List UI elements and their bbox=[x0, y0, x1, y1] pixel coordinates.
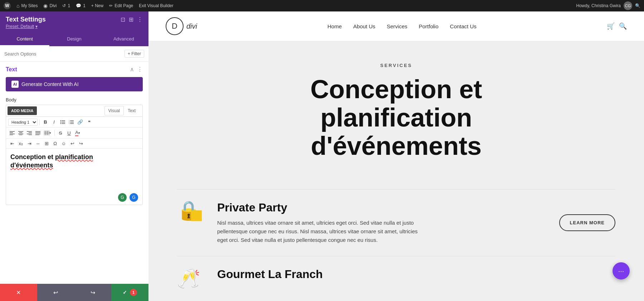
service-1-learn-more-button[interactable]: LEARN MORE bbox=[559, 214, 615, 231]
toolbar-row-3: ⇤ x₂ ⇥ ↔ ⊞ Ω ☺ ↩ ↪ bbox=[6, 139, 142, 149]
new-link[interactable]: + New bbox=[91, 3, 103, 8]
comments-bubble-link[interactable]: 💬 1 bbox=[76, 3, 86, 8]
svg-rect-6 bbox=[70, 120, 74, 121]
svg-rect-20 bbox=[27, 131, 32, 132]
toolbar-divider-1 bbox=[39, 119, 40, 125]
filter-button[interactable]: + Filter bbox=[125, 50, 144, 58]
align-right-button[interactable] bbox=[25, 130, 33, 136]
panel-expand-icon[interactable]: ⊡ bbox=[121, 16, 125, 23]
nav-about[interactable]: About Us bbox=[353, 23, 375, 29]
subscript-button[interactable]: x₂ bbox=[17, 140, 25, 147]
service-1-content: Private Party Nisl massa, ultrices vitae… bbox=[217, 201, 548, 244]
panel-layout-icon[interactable]: ⊞ bbox=[129, 16, 133, 23]
quote-button[interactable]: ❝ bbox=[85, 118, 93, 126]
svg-rect-18 bbox=[18, 134, 23, 134]
heading-select[interactable]: Heading 1 Heading 2 Paragraph bbox=[8, 119, 38, 126]
panel-title: Text Settings bbox=[6, 16, 46, 23]
svg-rect-21 bbox=[29, 133, 32, 133]
divi-link[interactable]: ◉ Divi bbox=[43, 3, 57, 9]
comments-link[interactable]: ↺ 1 bbox=[62, 3, 70, 8]
hero-label: SERVICES bbox=[177, 63, 615, 68]
tab-advanced[interactable]: Advanced bbox=[99, 33, 148, 46]
align-center-button[interactable] bbox=[17, 130, 25, 136]
exit-builder-link[interactable]: Exit Visual Builder bbox=[139, 3, 174, 8]
svg-rect-1 bbox=[62, 122, 65, 123]
section-collapse-icon[interactable]: ∧ bbox=[130, 66, 134, 73]
body-label: Body bbox=[0, 96, 148, 105]
service-item-2: 🥂 Gourmet La Franch bbox=[177, 256, 615, 301]
nav-contact[interactable]: Contact Us bbox=[450, 23, 477, 29]
editor-tab-visual[interactable]: Visual bbox=[104, 106, 124, 115]
svg-rect-24 bbox=[35, 131, 40, 132]
undo-button[interactable]: ↩ bbox=[37, 284, 74, 301]
special-char-button[interactable]: Ω bbox=[51, 140, 59, 147]
search-site-icon[interactable]: 🔍 bbox=[619, 22, 627, 30]
edit-page-link[interactable]: ✏ Edit Page bbox=[109, 3, 133, 8]
svg-rect-8 bbox=[70, 123, 74, 124]
svg-rect-16 bbox=[18, 131, 23, 132]
preview-bottom: G G bbox=[6, 192, 142, 205]
svg-rect-23 bbox=[29, 135, 32, 135]
service-1-desc: Nisl massa, ultrices vitae ornare sit am… bbox=[217, 219, 425, 244]
cart-icon[interactable]: 🛒 bbox=[607, 22, 615, 30]
toolbar-divider-2 bbox=[54, 130, 55, 136]
section-menu-icon[interactable]: ⋮ bbox=[137, 66, 143, 73]
emoji-button[interactable]: ☺ bbox=[60, 140, 68, 147]
paste-table-button[interactable]: ⊞ bbox=[43, 140, 50, 147]
expand-button[interactable]: ↔ bbox=[34, 140, 42, 147]
logo-text: divi bbox=[186, 22, 197, 30]
ai-assistant-icon[interactable]: G bbox=[130, 193, 138, 202]
svg-point-4 bbox=[60, 121, 61, 122]
search-options-input[interactable] bbox=[4, 51, 122, 57]
strikethrough-button[interactable]: S bbox=[57, 129, 64, 137]
text-color-button[interactable]: A ▾ bbox=[74, 129, 82, 137]
add-media-button[interactable]: ADD MEDIA bbox=[8, 106, 37, 115]
nav-services[interactable]: Services bbox=[387, 23, 408, 29]
svg-rect-7 bbox=[70, 122, 74, 123]
svg-rect-26 bbox=[35, 134, 40, 134]
underline-button[interactable]: U bbox=[65, 129, 73, 137]
svg-point-5 bbox=[60, 123, 61, 124]
floating-action-button[interactable]: ··· bbox=[613, 262, 630, 280]
service-2-content: Gourmet La Franch bbox=[217, 268, 615, 281]
panel-menu-icon[interactable]: ⋮ bbox=[137, 16, 143, 23]
my-sites-link[interactable]: ⌂ My Sites bbox=[16, 3, 38, 9]
editor-top-row: ADD MEDIA Visual Text bbox=[6, 105, 142, 117]
cancel-button[interactable]: ✕ bbox=[0, 284, 37, 301]
svg-point-3 bbox=[60, 120, 61, 121]
link-button[interactable]: 🔗 bbox=[76, 118, 84, 126]
indent-button[interactable]: ⇥ bbox=[25, 140, 33, 147]
redo-button[interactable]: ↪ bbox=[74, 284, 112, 301]
svg-rect-28 bbox=[44, 131, 49, 135]
svg-rect-27 bbox=[35, 135, 39, 135]
undo-editor-button[interactable]: ↩ bbox=[68, 140, 76, 147]
svg-rect-25 bbox=[35, 133, 40, 133]
site-logo: D divi bbox=[166, 17, 197, 35]
nav-portfolio[interactable]: Portfolio bbox=[419, 23, 439, 29]
nav-home[interactable]: Home bbox=[327, 23, 342, 29]
content-preview[interactable]: Conception et planification d'événements bbox=[6, 149, 142, 192]
outdent-button[interactable]: ⇤ bbox=[8, 140, 16, 147]
align-left-button[interactable] bbox=[8, 130, 16, 136]
unordered-list-button[interactable] bbox=[59, 119, 67, 125]
italic-button[interactable]: I bbox=[50, 118, 58, 126]
svg-rect-17 bbox=[19, 133, 23, 133]
table-button[interactable]: ▾ bbox=[43, 130, 53, 136]
grammarly-icon[interactable]: G bbox=[118, 193, 127, 202]
ordered-list-button[interactable]: 123 bbox=[67, 119, 75, 125]
ai-generate-button[interactable]: AI Generate Content With AI bbox=[6, 77, 143, 91]
tab-content[interactable]: Content bbox=[0, 33, 49, 46]
service-2-icon: 🥂 bbox=[177, 268, 200, 289]
redo-editor-button[interactable]: ↪ bbox=[77, 140, 85, 147]
logo-icon: D bbox=[166, 17, 184, 35]
tab-design[interactable]: Design bbox=[49, 33, 99, 46]
bold-button[interactable]: B bbox=[42, 118, 49, 126]
editor-tab-text[interactable]: Text bbox=[124, 106, 140, 115]
panel-search: + Filter bbox=[0, 46, 148, 62]
wordpress-icon[interactable]: W bbox=[4, 2, 11, 9]
section-header-icons: ∧ ⋮ bbox=[130, 66, 143, 73]
left-panel: Text Settings ⊡ ⊞ ⋮ Preset: Default ▾ Co… bbox=[0, 11, 148, 301]
search-admin-icon[interactable]: 🔍 bbox=[635, 3, 640, 8]
align-justify-button[interactable] bbox=[34, 130, 42, 136]
save-button[interactable]: ✓ 1 bbox=[111, 284, 148, 301]
